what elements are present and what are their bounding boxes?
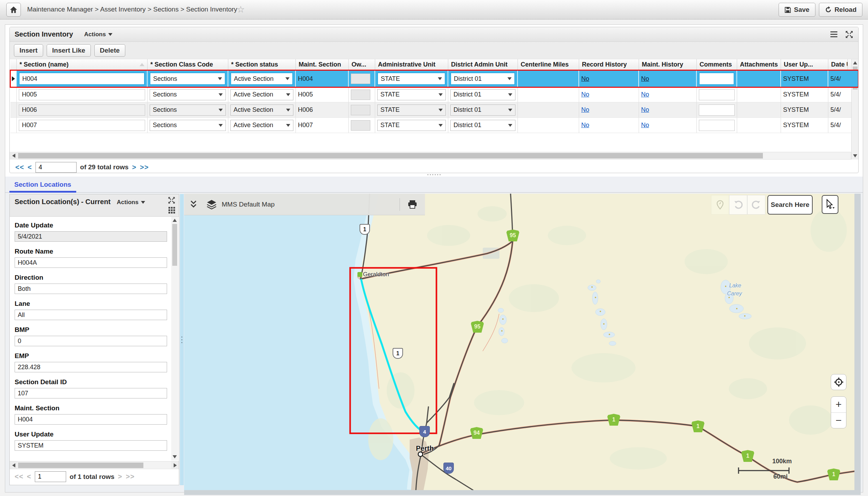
map-container[interactable]: MMS Default Map	[184, 194, 854, 490]
record-history-link[interactable]: No	[581, 91, 589, 98]
table-row[interactable]: Sections Active Section H005 STATE Distr…	[10, 87, 858, 102]
admin-unit-select[interactable]: STATE	[377, 120, 446, 131]
undo-button[interactable]	[729, 195, 747, 215]
status-select[interactable]: Active Section	[230, 120, 293, 131]
record-history-link[interactable]: No	[581, 106, 589, 114]
column-header[interactable]: Date U	[828, 59, 848, 70]
layers-button[interactable]	[206, 200, 217, 209]
redo-button[interactable]	[747, 195, 765, 215]
vertical-splitter[interactable]	[180, 194, 184, 485]
page-number-input[interactable]	[35, 471, 66, 482]
scrollbar-thumb[interactable]	[18, 463, 143, 468]
table-horizontal-scrollbar[interactable]	[10, 152, 858, 160]
emp-field[interactable]	[15, 362, 167, 372]
route-name-field[interactable]	[15, 257, 167, 268]
scroll-up-icon[interactable]	[853, 61, 857, 64]
class-code-select[interactable]: Sections	[150, 72, 226, 85]
column-header[interactable]: User Up...	[781, 59, 828, 70]
prev-page-button[interactable]: <	[27, 473, 31, 481]
admin-unit-select[interactable]: STATE	[377, 72, 445, 85]
district-select[interactable]: District 01	[450, 104, 515, 116]
column-header[interactable]: Maint. History	[639, 59, 697, 70]
form-horizontal-scrollbar[interactable]	[10, 461, 179, 469]
comments-input[interactable]	[699, 120, 735, 131]
last-page-button[interactable]: >>	[140, 163, 149, 171]
maint-history-link[interactable]: No	[641, 75, 649, 83]
date-update-field[interactable]	[15, 231, 167, 242]
column-header[interactable]: * Section status	[228, 59, 296, 70]
admin-unit-select[interactable]: STATE	[377, 104, 446, 116]
horizontal-splitter[interactable]	[5, 172, 863, 177]
column-header[interactable]: Centerline Miles	[518, 59, 579, 70]
reload-button[interactable]: Reload	[819, 3, 862, 17]
admin-unit-select[interactable]: STATE	[377, 89, 446, 100]
first-page-button[interactable]: <<	[15, 473, 23, 481]
scroll-down-icon[interactable]	[173, 455, 177, 458]
column-header[interactable]: * Section (name)	[17, 59, 148, 70]
section-name-input[interactable]	[19, 89, 145, 100]
section-detail-id-field[interactable]	[15, 388, 167, 398]
comments-input[interactable]	[699, 104, 735, 116]
column-header[interactable]: District Admin Unit	[448, 59, 518, 70]
grid-view-button[interactable]	[168, 207, 175, 214]
inventory-actions-menu[interactable]: Actions	[84, 31, 112, 38]
scroll-left-button[interactable]	[10, 462, 17, 469]
record-history-link[interactable]: No	[581, 75, 589, 83]
scroll-left-button[interactable]	[10, 152, 17, 160]
insert-button[interactable]: Insert	[14, 44, 43, 57]
prev-page-button[interactable]: <	[27, 163, 32, 171]
column-header[interactable]: Attachments	[737, 59, 781, 70]
map-tool-selector-button[interactable]	[822, 195, 838, 214]
section-name-input[interactable]	[19, 120, 145, 131]
column-header[interactable]: * Section Class Code	[148, 59, 228, 70]
maint-section-field[interactable]	[15, 414, 167, 425]
table-row[interactable]: Sections Active Section H007 STATE Distr…	[10, 118, 858, 133]
lane-field[interactable]	[15, 310, 167, 320]
pin-location-button[interactable]	[711, 195, 729, 215]
collapse-map-panel-button[interactable]	[190, 200, 197, 209]
district-select[interactable]: District 01	[450, 72, 515, 85]
column-header[interactable]: Comments	[697, 59, 737, 70]
bmp-field[interactable]	[15, 336, 167, 346]
maximize-panel-button[interactable]	[845, 30, 853, 39]
section-name-input[interactable]	[19, 72, 145, 85]
save-button[interactable]: Save	[779, 3, 815, 17]
zoom-out-button[interactable]: −	[831, 413, 846, 428]
next-page-button[interactable]: >	[132, 163, 136, 171]
scroll-down-icon[interactable]	[853, 154, 857, 157]
list-view-button[interactable]	[830, 31, 837, 37]
form-vertical-scrollbar[interactable]	[171, 217, 178, 460]
status-select[interactable]: Active Section	[230, 72, 293, 85]
column-header[interactable]: Record History	[579, 59, 639, 70]
maint-history-link[interactable]: No	[641, 91, 649, 98]
map-canvas[interactable]	[184, 194, 854, 490]
scroll-right-button[interactable]	[171, 462, 179, 469]
delete-button[interactable]: Delete	[94, 44, 125, 57]
comments-input[interactable]	[699, 89, 735, 100]
table-row[interactable]: Sections Active Section H006 STATE Distr…	[10, 102, 858, 118]
home-button[interactable]	[6, 3, 21, 17]
tab-section-locations[interactable]: Section Locations	[9, 177, 76, 193]
favorite-star-icon[interactable]: ☆	[237, 4, 245, 15]
district-select[interactable]: District 01	[450, 120, 515, 131]
scroll-up-icon[interactable]	[173, 219, 177, 222]
page-number-input[interactable]	[35, 162, 77, 173]
location-actions-menu[interactable]: Actions	[117, 199, 145, 206]
class-code-select[interactable]: Sections	[150, 120, 226, 131]
district-select[interactable]: District 01	[450, 89, 515, 100]
comments-input[interactable]	[699, 72, 734, 85]
maint-history-link[interactable]: No	[641, 106, 649, 114]
column-header[interactable]: Administrative Unit	[375, 59, 448, 70]
record-history-link[interactable]: No	[581, 122, 589, 129]
maint-history-link[interactable]: No	[641, 122, 649, 129]
user-update-field[interactable]	[15, 440, 167, 451]
map-bottom-scrollbar[interactable]	[184, 490, 854, 495]
status-select[interactable]: Active Section	[230, 89, 293, 100]
table-row-selected[interactable]: Sections Active Section H004 STATE Distr…	[10, 70, 858, 87]
first-page-button[interactable]: <<	[15, 163, 24, 171]
maximize-panel-button[interactable]	[168, 196, 175, 204]
column-header[interactable]: Ow...	[349, 59, 375, 70]
map-right-scrollbar[interactable]	[854, 194, 861, 495]
status-select[interactable]: Active Section	[230, 104, 293, 116]
direction-field[interactable]	[15, 284, 167, 294]
